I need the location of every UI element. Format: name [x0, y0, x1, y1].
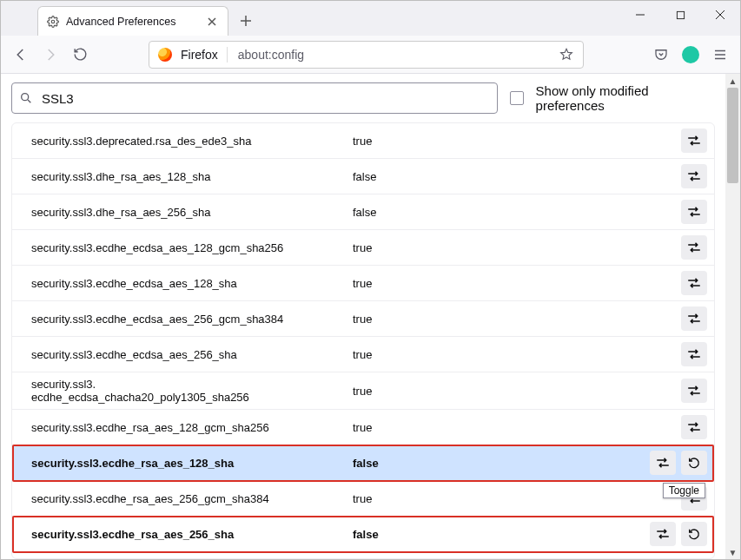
pref-search-input[interactable]: [40, 90, 490, 107]
reset-button[interactable]: [681, 522, 707, 546]
pref-row[interactable]: security.ssl3.ecdhe_rsa_aes_256_gcm_sha3…: [12, 481, 714, 517]
browser-tab[interactable]: Advanced Preferences: [37, 6, 228, 36]
about-config-page: Show only modified preferences security.…: [1, 74, 725, 559]
show-modified-checkbox[interactable]: [510, 91, 524, 105]
bookmark-star-icon[interactable]: [559, 47, 574, 63]
titlebar: Advanced Preferences: [1, 1, 740, 36]
pref-name: security.ssl3.dhe_rsa_aes_256_sha: [31, 206, 353, 219]
identity-label: Firefox: [181, 48, 218, 62]
pref-row[interactable]: security.ssl3.ecdhe_ecdsa_aes_256_shatru…: [12, 337, 714, 372]
toggle-button[interactable]: [681, 271, 707, 295]
maximize-button[interactable]: [660, 1, 700, 29]
app-menu-button[interactable]: [707, 42, 733, 68]
tab-close-button[interactable]: [205, 15, 219, 29]
url-separator: [227, 47, 228, 63]
pref-row[interactable]: security.ssl3.ecdhe_rsa_aes_128_gcm_sha2…: [12, 410, 714, 445]
vertical-scrollbar[interactable]: ▲ ▼: [725, 74, 740, 559]
scroll-up-arrow[interactable]: ▲: [725, 74, 740, 88]
pref-value: true: [353, 313, 681, 326]
gear-icon: [47, 16, 59, 28]
pref-value: true: [353, 421, 681, 434]
svg-rect-1: [677, 11, 684, 18]
pref-list[interactable]: security.ssl3.deprecated.rsa_des_ede3_sh…: [11, 122, 715, 559]
pref-name: security.ssl3.ecdhe_ecdsa_aes_256_gcm_sh…: [31, 313, 353, 326]
toggle-button[interactable]: [681, 415, 707, 439]
pocket-icon[interactable]: [648, 42, 674, 68]
toggle-button[interactable]: [650, 522, 676, 546]
window-controls: [620, 1, 740, 36]
toggle-button[interactable]: [681, 235, 707, 260]
pref-value: false: [353, 528, 650, 541]
pref-value: true: [353, 135, 681, 148]
pref-name: security.ssl3.ecdhe_rsa_aes_128_sha: [31, 457, 353, 470]
forward-button[interactable]: [37, 42, 63, 68]
pref-row[interactable]: security.ssl3.ecdhe_ecdsa_aes_128_shatru…: [12, 266, 714, 301]
pref-value: true: [353, 241, 681, 254]
pref-name: security.ssl3.ecdhe_ecdsa_aes_128_sha: [31, 277, 353, 290]
nav-toolbar: Firefox: [1, 36, 740, 74]
firefox-icon: [158, 48, 172, 62]
pref-value: false: [353, 457, 650, 470]
pref-name: security.ssl3.deprecated.rsa_des_ede3_sh…: [31, 135, 353, 148]
toggle-button[interactable]: [681, 379, 707, 403]
tab-title: Advanced Preferences: [66, 16, 198, 28]
toggle-button[interactable]: [681, 200, 707, 224]
reload-button[interactable]: [67, 42, 93, 68]
pref-row[interactable]: security.ssl3.ecdhe_rsa_aes_256_shafalse: [12, 517, 714, 552]
close-window-button[interactable]: [700, 1, 740, 29]
pref-row[interactable]: security.ssl3.ecdhe_ecdsa_aes_256_gcm_sh…: [12, 301, 714, 337]
toggle-button[interactable]: [681, 306, 707, 331]
pref-row[interactable]: security.ssl3. ecdhe_ecdsa_chacha20_poly…: [12, 372, 714, 410]
extension-icon[interactable]: [678, 42, 704, 68]
url-input[interactable]: [236, 47, 550, 63]
pref-value: false: [353, 206, 681, 219]
pref-value: true: [353, 348, 681, 361]
minimize-button[interactable]: [620, 1, 660, 29]
pref-name: security.ssl3.dhe_rsa_aes_128_sha: [31, 170, 353, 183]
new-tab-button[interactable]: [234, 9, 258, 33]
pref-row[interactable]: security.ssl3.ecdhe_ecdsa_aes_128_gcm_sh…: [12, 230, 714, 266]
pref-name: security.ssl3.ecdhe_rsa_aes_128_gcm_sha2…: [31, 421, 353, 434]
pref-search-box[interactable]: [11, 82, 498, 114]
pref-value: false: [353, 170, 681, 183]
toggle-button[interactable]: [681, 128, 707, 153]
scroll-down-arrow[interactable]: ▼: [725, 545, 740, 559]
pref-name: security.ssl3.ecdhe_ecdsa_aes_128_gcm_sh…: [31, 241, 353, 254]
pref-name: security.ssl3.ecdhe_rsa_aes_256_gcm_sha3…: [31, 492, 353, 505]
content-area: Show only modified preferences security.…: [1, 74, 740, 559]
svg-point-0: [51, 20, 55, 23]
svg-point-2: [22, 94, 29, 101]
url-bar[interactable]: Firefox: [149, 41, 584, 69]
reset-button[interactable]: [681, 451, 707, 475]
search-icon: [19, 91, 33, 105]
pref-name: security.ssl3. ecdhe_ecdsa_chacha20_poly…: [31, 378, 353, 404]
pref-name: security.ssl3.ecdhe_ecdsa_aes_256_sha: [31, 348, 353, 361]
back-button[interactable]: [8, 42, 34, 68]
tooltip: Toggle: [663, 483, 705, 498]
toggle-button[interactable]: [650, 451, 676, 475]
toggle-button[interactable]: [681, 342, 707, 366]
app-window: Advanced Preferences Firefox: [0, 0, 741, 560]
pref-row[interactable]: security.ssl3.ecdhe_rsa_aes_128_shafalse: [12, 445, 714, 481]
pref-row[interactable]: security.ssl3.deprecated.rsa_des_ede3_sh…: [12, 123, 714, 159]
pref-row[interactable]: security.ssl3.dhe_rsa_aes_128_shafalse: [12, 159, 714, 194]
toggle-button[interactable]: [681, 164, 707, 188]
pref-value: true: [353, 492, 681, 505]
search-row: Show only modified preferences: [11, 82, 715, 114]
pref-row[interactable]: security.ssl3.dhe_rsa_aes_256_shafalse: [12, 194, 714, 230]
pref-value: true: [353, 277, 681, 290]
scrollbar-thumb[interactable]: [727, 88, 738, 183]
pref-value: true: [353, 385, 681, 398]
show-modified-label: Show only modified preferences: [536, 83, 715, 113]
pref-name: security.ssl3.ecdhe_rsa_aes_256_sha: [31, 528, 353, 541]
